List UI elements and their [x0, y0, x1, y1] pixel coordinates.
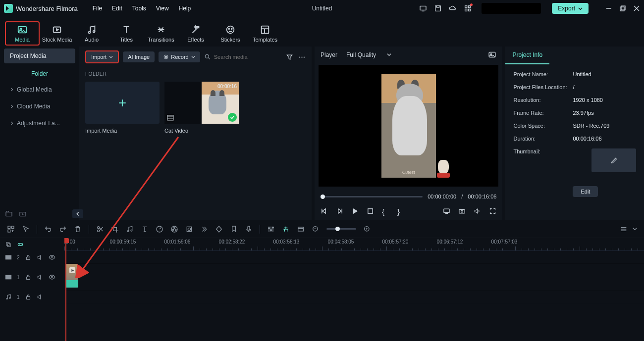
magnet-icon[interactable] — [282, 225, 290, 233]
svg-rect-46 — [8, 230, 10, 232]
crop-icon[interactable] — [111, 225, 119, 233]
sidebar-folder[interactable]: Folder — [4, 66, 75, 81]
pointer-icon[interactable] — [22, 225, 30, 233]
add-track-icon[interactable] — [7, 225, 15, 233]
playhead[interactable] — [65, 238, 66, 341]
stop-icon[interactable] — [367, 207, 374, 215]
account-area[interactable] — [482, 3, 541, 14]
speed-icon[interactable] — [156, 225, 163, 233]
split-icon[interactable] — [96, 225, 104, 233]
collapse-icon[interactable] — [72, 209, 83, 218]
keyframe-icon[interactable] — [215, 225, 223, 233]
sidebar-item-adjustment[interactable]: Adjustment La... — [4, 115, 75, 132]
mic-icon[interactable] — [245, 225, 253, 233]
export-button[interactable]: Export — [552, 3, 589, 14]
svg-point-61 — [272, 227, 274, 228]
preview-canvas[interactable]: Cutest — [319, 65, 498, 187]
menu-tools[interactable]: Tools — [132, 5, 146, 12]
menu-file[interactable]: File — [93, 5, 102, 12]
quality-dropdown[interactable]: Full Quality — [346, 51, 391, 58]
zoom-in-icon[interactable] — [363, 225, 371, 233]
timeline-clip[interactable] — [65, 264, 78, 288]
play-backward-icon[interactable] — [336, 207, 343, 215]
snapshot-icon[interactable] — [488, 50, 496, 59]
progress-bar[interactable] — [321, 196, 423, 197]
mask-icon[interactable] — [185, 225, 193, 233]
sidebar-item-cloud[interactable]: Cloud Media — [4, 98, 75, 115]
link-icon[interactable] — [17, 241, 24, 248]
lock-icon[interactable] — [25, 274, 32, 281]
prev-frame-icon[interactable] — [321, 207, 328, 215]
record-button[interactable]: Record — [159, 51, 200, 62]
delete-icon[interactable] — [74, 225, 82, 233]
zoom-slider[interactable] — [326, 228, 356, 230]
mute-icon[interactable] — [37, 293, 44, 300]
more-tools-icon[interactable] — [200, 225, 208, 233]
mixer-icon[interactable] — [267, 225, 275, 233]
media-clip-cat-video[interactable]: 00:00:16 Cat Video — [164, 82, 239, 134]
new-folder-icon[interactable] — [5, 210, 13, 218]
render-icon[interactable] — [297, 225, 305, 233]
play-icon[interactable] — [351, 207, 359, 215]
track-video-1[interactable] — [64, 264, 644, 291]
monitor-icon[interactable] — [443, 207, 450, 215]
thumbnail-picker[interactable] — [591, 148, 636, 172]
new-bin-icon[interactable] — [19, 210, 27, 218]
lock-icon[interactable] — [25, 254, 32, 261]
minimize-icon[interactable] — [605, 5, 612, 12]
tab-media[interactable]: Media — [5, 21, 40, 46]
sidebar-item-global[interactable]: Global Media — [4, 81, 75, 98]
more-icon[interactable] — [298, 53, 306, 61]
layers-icon[interactable] — [5, 241, 12, 248]
menu-view[interactable]: View — [156, 5, 169, 12]
display-icon[interactable] — [419, 4, 427, 12]
tab-effects[interactable]: Effects — [178, 22, 213, 45]
volume-icon[interactable] — [474, 207, 481, 215]
save-icon[interactable] — [434, 4, 442, 12]
color-icon[interactable] — [170, 225, 178, 233]
zoom-out-icon[interactable] — [312, 225, 320, 233]
tab-stickers[interactable]: Stickers — [213, 22, 248, 45]
track-video-2[interactable] — [64, 251, 644, 264]
sidebar-header[interactable]: Project Media — [4, 49, 75, 63]
eye-icon[interactable] — [49, 274, 55, 281]
tab-transitions[interactable]: Transitions — [144, 22, 178, 45]
cloud-icon[interactable] — [449, 4, 457, 12]
mark-in-icon[interactable]: { — [382, 207, 389, 215]
search-input[interactable] — [214, 54, 264, 60]
tab-project-info[interactable]: Project Info — [505, 47, 549, 64]
maximize-icon[interactable] — [619, 5, 626, 12]
filter-icon[interactable] — [286, 53, 293, 61]
edit-button[interactable]: Edit — [573, 186, 598, 197]
close-icon[interactable] — [633, 5, 640, 12]
undo-icon[interactable] — [44, 225, 52, 233]
media-type-icon — [166, 114, 174, 122]
tab-titles[interactable]: Titles — [109, 22, 144, 45]
svg-point-54 — [172, 229, 174, 231]
music-tool-icon[interactable] — [126, 225, 134, 233]
tab-audio[interactable]: Audio — [74, 22, 109, 45]
svg-point-75 — [51, 256, 53, 258]
time-ruler[interactable]: :00:0000:00:59:1500:01:59:0600:02:58:220… — [64, 238, 644, 251]
tab-templates[interactable]: Templates — [248, 22, 282, 45]
track-audio-1[interactable] — [64, 291, 644, 303]
camera-icon[interactable] — [458, 207, 466, 215]
pencil-icon — [610, 157, 618, 164]
mute-icon[interactable] — [37, 274, 44, 281]
eye-icon[interactable] — [49, 254, 55, 261]
menu-help[interactable]: Help — [179, 5, 191, 12]
import-button[interactable]: Import — [85, 50, 119, 63]
list-view-icon[interactable] — [620, 225, 628, 233]
mute-icon[interactable] — [37, 254, 44, 261]
text-tool-icon[interactable] — [141, 225, 149, 233]
marker-icon[interactable] — [230, 225, 238, 233]
fullscreen-icon[interactable] — [489, 207, 496, 215]
import-media-tile[interactable]: + Import Media — [85, 82, 160, 134]
ai-image-button[interactable]: AI Image — [123, 51, 155, 62]
tab-stock-media[interactable]: Stock Media — [40, 22, 74, 45]
mark-out-icon[interactable]: } — [397, 207, 405, 215]
chevron-down-icon[interactable] — [633, 227, 637, 231]
lock-icon[interactable] — [25, 293, 32, 300]
menu-edit[interactable]: Edit — [112, 5, 122, 12]
redo-icon[interactable] — [59, 225, 67, 233]
